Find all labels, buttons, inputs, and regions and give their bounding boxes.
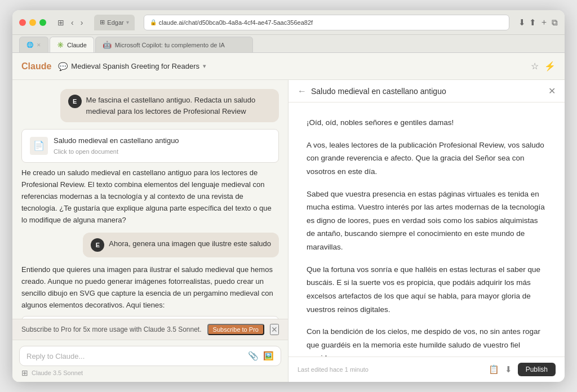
nav-buttons: ⊞ ‹ ›: [55, 17, 85, 28]
app-header: Claude 💬 Medieval Spanish Greeting for R…: [12, 53, 565, 80]
doc-footer: Last edited hace 1 minuto 📋 ⬇ Publish: [288, 357, 565, 382]
doc-card-info: Saludo medieval en castellano antiguo Cl…: [54, 135, 179, 157]
app-layout: Claude 💬 Medieval Spanish Greeting for R…: [12, 53, 565, 382]
subscribe-pro-button[interactable]: Subscribe to Pro: [207, 324, 264, 335]
address-text: claude.ai/chat/d50bca0b-4a8a-4cf4-ae47-5…: [159, 19, 313, 26]
doc-last-edited: Last edited hace 1 minuto: [298, 366, 369, 373]
star-button[interactable]: ☆: [531, 61, 539, 72]
copilot-icon: 🤖: [103, 41, 112, 49]
user-label: Edgar: [107, 19, 123, 26]
chat-input-row: Reply to Claude... 📎 🖼️: [19, 346, 281, 366]
new-tab-icon[interactable]: ＋: [540, 17, 548, 28]
doc-paragraph-3: Sabed que vuestra presencia en estas pág…: [307, 188, 547, 254]
traffic-lights: [19, 19, 46, 26]
doc-card-title: Saludo medieval en castellano antiguo: [54, 135, 179, 147]
browser-tab-3[interactable]: 🤖 Microsoft Copilot: tu complemento de I…: [95, 37, 253, 52]
main-columns: E Me fascina el castellano antiguo. Reda…: [12, 80, 565, 382]
doc-footer-actions: 📋 ⬇ Publish: [489, 363, 556, 376]
assistant-message-2-text: Entiendo que quieres una imagen para ilu…: [21, 264, 279, 311]
download-icon[interactable]: ⬇: [518, 17, 526, 28]
chat-title-wrap: 💬 Medieval Spanish Greeting for Readers …: [58, 62, 206, 71]
assistant-message-2: Entiendo que quieres una imagen para ilu…: [21, 264, 279, 319]
user-message-2-text: Ahora, genera una imagen que ilustre est…: [109, 238, 271, 250]
doc-paragraph-4: Que la fortuna vos sonría e que halléis …: [307, 263, 547, 317]
tabs-overview-icon[interactable]: ⧉: [552, 17, 558, 28]
titlebar-actions: ⬇ ⬆ ＋ ⧉: [518, 17, 558, 28]
user-message-2: E Ahora, genera una imagen que ilustre e…: [83, 233, 279, 257]
doc-paragraph-2: A vos, leales lectores de la publicación…: [307, 139, 547, 179]
doc-card-icon: 📄: [30, 137, 48, 155]
titlebar: ⊞ ‹ › ⊞ Edgar ▾ 🔒 claude.ai/chat/d50bca0…: [12, 10, 565, 35]
model-label: Claude 3.5 Sonnet: [32, 369, 83, 376]
image-button[interactable]: 🖼️: [263, 351, 274, 361]
doc-back-button[interactable]: ←: [298, 86, 307, 96]
share-icon[interactable]: ⬆: [529, 17, 536, 28]
chat-bubble-icon: 💬: [58, 62, 68, 71]
sidebar-toggle[interactable]: ⊞: [55, 17, 66, 28]
maximize-button[interactable]: [39, 19, 46, 26]
user-message-1-wrap: E Me fascina el castellano antiguo. Reda…: [21, 89, 279, 122]
chat-footer: ⊞ Claude 3.5 Sonnet: [19, 366, 281, 377]
extensions-tab[interactable]: ⊞ Edgar ▾: [94, 15, 134, 30]
banner-text: Subscribe to Pro for 5x more usage with …: [21, 326, 202, 333]
tab-bar: ⊞ Edgar ▾: [94, 15, 134, 30]
banner-close-button[interactable]: ✕: [270, 324, 279, 335]
chat-panel: E Me fascina el castellano antiguo. Reda…: [12, 80, 288, 382]
expand-sidebar-button[interactable]: ⊞: [21, 368, 28, 377]
tab1-favicon: 🌐: [26, 42, 33, 48]
user-avatar-1: E: [68, 95, 82, 108]
doc-paragraph-5: Con la bendición de los cielos, me despi…: [307, 325, 547, 357]
forward-button[interactable]: ›: [78, 17, 86, 28]
tab-chevron[interactable]: ▾: [126, 19, 129, 25]
chat-title[interactable]: Medieval Spanish Greeting for Readers: [71, 62, 199, 70]
publish-button[interactable]: Publish: [518, 363, 556, 376]
chat-messages: E Me fascina el castellano antiguo. Reda…: [12, 80, 288, 319]
attach-button[interactable]: 📎: [248, 351, 259, 361]
doc-paragraph-1: ¡Oíd, oíd, nobles señores e gentiles dam…: [307, 116, 547, 130]
doc-copy-button[interactable]: 📋: [489, 364, 499, 375]
browser-tab-1[interactable]: 🌐 ✕: [19, 37, 48, 52]
header-actions: ☆ ⚡: [531, 61, 556, 72]
document-card-1[interactable]: 📄 Saludo medieval en castellano antiguo …: [21, 129, 279, 163]
user-message-2-wrap: E Ahora, genera una imagen que ilustre e…: [21, 233, 279, 257]
user-message-1-text: Me fascina el castellano antiguo. Redact…: [86, 95, 271, 117]
app-window: ⊞ ‹ › ⊞ Edgar ▾ 🔒 claude.ai/chat/d50bca0…: [12, 10, 565, 382]
doc-download-button[interactable]: ⬇: [505, 364, 512, 375]
settings-button[interactable]: ⚡: [544, 61, 556, 72]
close-button[interactable]: [19, 19, 26, 26]
address-bar[interactable]: 🔒 claude.ai/chat/d50bca0b-4a8a-4cf4-ae47…: [144, 15, 509, 30]
claude-logo: Claude: [21, 61, 51, 72]
user-avatar-2: E: [91, 238, 104, 252]
title-chevron-icon[interactable]: ▾: [203, 63, 206, 70]
doc-card-subtitle: Click to open document: [54, 147, 179, 157]
assistant-message-1-text: He creado un saludo medieval en castella…: [21, 167, 279, 226]
chat-input-icons: 📎 🖼️: [248, 351, 274, 361]
document-panel: ← Saludo medieval en castellano antiguo …: [288, 80, 565, 382]
back-button[interactable]: ‹: [69, 17, 76, 28]
doc-panel-header: ← Saludo medieval en castellano antiguo …: [288, 80, 565, 103]
chat-input-area: Reply to Claude... 📎 🖼️ ⊞ Claude 3.5 Son…: [12, 340, 288, 382]
doc-content: ¡Oíd, oíd, nobles señores e gentiles dam…: [288, 103, 565, 357]
browser-tab-bar: 🌐 ✕ ✳️ Claude 🤖 Microsoft Copilot: tu co…: [12, 35, 565, 53]
doc-close-button[interactable]: ✕: [548, 86, 556, 96]
chat-input-placeholder[interactable]: Reply to Claude...: [26, 352, 248, 360]
assistant-message-1: 📄 Saludo medieval en castellano antiguo …: [21, 129, 279, 226]
lock-icon: 🔒: [150, 19, 157, 25]
doc-panel-title: Saludo medieval en castellano antiguo: [311, 87, 544, 96]
tab2-label: Claude: [67, 42, 87, 48]
tab2-favicon: ✳️: [57, 42, 64, 48]
browser-tab-2[interactable]: ✳️ Claude: [50, 37, 94, 52]
minimize-button[interactable]: [29, 19, 36, 26]
tab3-label: Microsoft Copilot: tu complemento de IA: [115, 42, 225, 48]
subscription-banner: Subscribe to Pro for 5x more usage with …: [12, 319, 288, 340]
tab1-close[interactable]: ✕: [37, 42, 41, 48]
user-message-1: E Me fascina el castellano antiguo. Reda…: [60, 89, 279, 122]
extensions-icon: ⊞: [100, 19, 105, 26]
